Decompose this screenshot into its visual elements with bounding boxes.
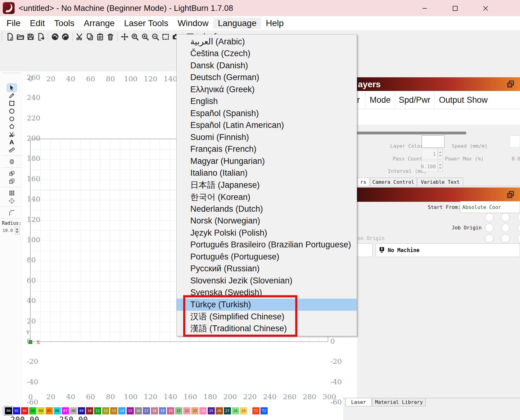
language-item-magyar-hungarian[interactable]: Magyar (Hungarian) bbox=[177, 155, 357, 167]
maximize-button[interactable] bbox=[448, 4, 462, 12]
delete-button[interactable] bbox=[105, 32, 115, 42]
layer-color-swatch[interactable] bbox=[422, 135, 445, 148]
language-item-arabic[interactable]: العربية (Arabic) bbox=[177, 36, 357, 48]
menubar-item-language[interactable]: Language bbox=[213, 18, 261, 29]
new-file-button[interactable] bbox=[5, 32, 15, 42]
job-origin-radio-0-2[interactable] bbox=[517, 213, 520, 222]
cut-button[interactable] bbox=[75, 32, 85, 42]
language-item-dansk-danish[interactable]: Dansk (Danish) bbox=[177, 60, 357, 72]
language-item-e-tina-czech[interactable]: Čeština (Czech) bbox=[177, 48, 357, 60]
language-item-deutsch-german[interactable]: Deutsch (German) bbox=[177, 72, 357, 84]
language-item-english[interactable]: English bbox=[177, 96, 357, 108]
language-item-korean[interactable]: 한국어 (Korean) bbox=[177, 191, 357, 203]
zoom-in-button[interactable] bbox=[140, 32, 150, 42]
paste-button[interactable] bbox=[95, 32, 105, 42]
palette-swatch-T1[interactable]: T1 bbox=[252, 407, 260, 414]
palette-swatch-13[interactable]: 13 bbox=[110, 407, 117, 414]
language-item-japanese[interactable]: 日本語 (Japanese) bbox=[177, 179, 357, 191]
float-panel-icon[interactable] bbox=[506, 190, 515, 199]
language-item-russian[interactable]: Русский (Russian) bbox=[177, 263, 357, 275]
palette-swatch-08[interactable]: 08 bbox=[70, 407, 77, 414]
palette-swatch-07[interactable]: 07 bbox=[62, 407, 69, 414]
language-item-italiano-italian[interactable]: Italiano (Italian) bbox=[177, 167, 357, 179]
language-item-portugu-s-portuguese[interactable]: Português (Portuguese) bbox=[177, 251, 357, 263]
palette-swatch-27[interactable]: 27 bbox=[224, 407, 231, 414]
zoom-out-button[interactable] bbox=[150, 32, 161, 42]
redo-button[interactable] bbox=[60, 32, 70, 42]
import-file-button[interactable] bbox=[36, 32, 46, 42]
start-from-select[interactable]: Absolute Coor bbox=[460, 201, 520, 213]
menubar-item-help[interactable]: Help bbox=[261, 18, 288, 29]
horizontal-scrollbar[interactable] bbox=[357, 132, 466, 134]
palette-swatch-24[interactable]: 24 bbox=[199, 407, 206, 414]
palette-swatch-22[interactable]: 22 bbox=[183, 407, 190, 414]
palette-swatch-04[interactable]: 04 bbox=[37, 407, 44, 414]
job-origin-radio-2-1[interactable] bbox=[501, 234, 510, 243]
bottom-tab-material-library[interactable]: Material Library bbox=[372, 398, 426, 406]
open-file-button[interactable] bbox=[15, 32, 25, 42]
palette-swatch-11[interactable]: 11 bbox=[94, 407, 101, 414]
undo-button[interactable] bbox=[50, 32, 60, 42]
job-origin-radio-0-1[interactable] bbox=[501, 213, 510, 222]
ellipse-tool-button[interactable] bbox=[7, 107, 16, 115]
device-select[interactable]: No Machine bbox=[376, 243, 520, 257]
job-origin-radio-0-0[interactable] bbox=[485, 213, 494, 222]
language-item-norsk-norwegian[interactable]: Norsk (Norwegian) bbox=[177, 215, 357, 227]
pan-button[interactable] bbox=[120, 32, 130, 42]
palette-swatch-29[interactable]: 29 bbox=[240, 407, 247, 414]
grid-array-tool-button[interactable] bbox=[7, 189, 16, 197]
palette-swatch-12[interactable]: 12 bbox=[102, 407, 109, 414]
menubar-item-tools[interactable]: Tools bbox=[49, 18, 79, 29]
palette-swatch-25[interactable]: 25 bbox=[208, 407, 215, 414]
language-item-nederlands-dutch[interactable]: Nederlands (Dutch) bbox=[177, 203, 357, 215]
language-item-j-zyk-polski-polish[interactable]: Język Polski (Polish) bbox=[177, 227, 357, 239]
palette-swatch-18[interactable]: 18 bbox=[151, 407, 158, 414]
zoom-to-page-button[interactable] bbox=[130, 32, 140, 42]
palette-swatch-05[interactable]: 05 bbox=[46, 407, 53, 414]
boolean-difference-tool-button[interactable] bbox=[7, 177, 16, 185]
pass-count-stepper[interactable] bbox=[438, 149, 443, 159]
language-item-espa-ol-latin-american[interactable]: Español (Latin American) bbox=[177, 120, 357, 132]
palette-swatch-28[interactable]: 28 bbox=[232, 407, 239, 414]
bottom-tab-laser[interactable]: Laser bbox=[346, 398, 372, 406]
radius-stepper[interactable] bbox=[15, 227, 20, 235]
snip-tool-button[interactable] bbox=[7, 130, 16, 138]
job-origin-radio-1-1[interactable] bbox=[501, 224, 510, 232]
minimize-button[interactable] bbox=[418, 4, 432, 12]
language-item-suomi-finnish[interactable]: Suomi (Finnish) bbox=[177, 131, 357, 143]
palette-swatch-03[interactable]: 03 bbox=[29, 407, 36, 414]
dock-tab-camera-control[interactable]: Camera Control bbox=[370, 178, 417, 186]
polygon-tool-button[interactable] bbox=[7, 115, 16, 123]
job-origin-radio-2-2[interactable] bbox=[517, 234, 520, 243]
menubar-item-arrange[interactable]: Arrange bbox=[79, 18, 120, 29]
dock-tab-rs[interactable]: rs bbox=[357, 178, 369, 186]
radius-input[interactable]: 10.0 bbox=[2, 228, 13, 233]
palette-swatch-16[interactable]: 16 bbox=[135, 407, 142, 414]
palette-swatch-00[interactable]: 00 bbox=[5, 407, 12, 414]
weld-shapes-tool-button[interactable] bbox=[7, 169, 16, 177]
rectangle-tool-button[interactable] bbox=[7, 99, 16, 107]
job-origin-radio-1-0[interactable] bbox=[485, 224, 494, 232]
menubar-item-laser-tools[interactable]: Laser Tools bbox=[119, 18, 173, 29]
palette-swatch-14[interactable]: 14 bbox=[118, 407, 125, 414]
palette-swatch-20[interactable]: 20 bbox=[167, 407, 174, 414]
palette-swatch-26[interactable]: 26 bbox=[216, 407, 223, 414]
job-origin-radio-1-2[interactable] bbox=[517, 224, 520, 232]
palette-swatch-21[interactable]: 21 bbox=[175, 407, 182, 414]
close-button[interactable] bbox=[478, 4, 493, 12]
palette-drag-handle[interactable] bbox=[2, 73, 21, 75]
language-item-fran-ais-french[interactable]: Français (French) bbox=[177, 143, 357, 156]
palette-swatch-06[interactable]: 06 bbox=[54, 407, 61, 414]
menubar-item-edit[interactable]: Edit bbox=[25, 18, 49, 29]
interval-stepper[interactable] bbox=[438, 161, 443, 172]
draw-lines-tool-button[interactable] bbox=[7, 92, 16, 99]
language-item-slovenski-jezik-slovenian[interactable]: Slovenski Jezik (Slovenian) bbox=[177, 275, 357, 287]
palette-swatch-15[interactable]: 15 bbox=[127, 407, 134, 414]
toolbar-drag-handle[interactable] bbox=[1, 32, 4, 42]
edit-nodes-tool-button[interactable] bbox=[7, 123, 16, 130]
speed-input[interactable] bbox=[510, 135, 520, 148]
language-item-portugu-s-brasileiro-brazilian-portuguese[interactable]: Português Brasileiro (Brazilian Portugue… bbox=[177, 239, 357, 251]
copy-button[interactable] bbox=[85, 32, 95, 42]
palette-swatch-19[interactable]: 19 bbox=[159, 407, 166, 414]
job-origin-radio-2-0[interactable] bbox=[485, 234, 494, 243]
